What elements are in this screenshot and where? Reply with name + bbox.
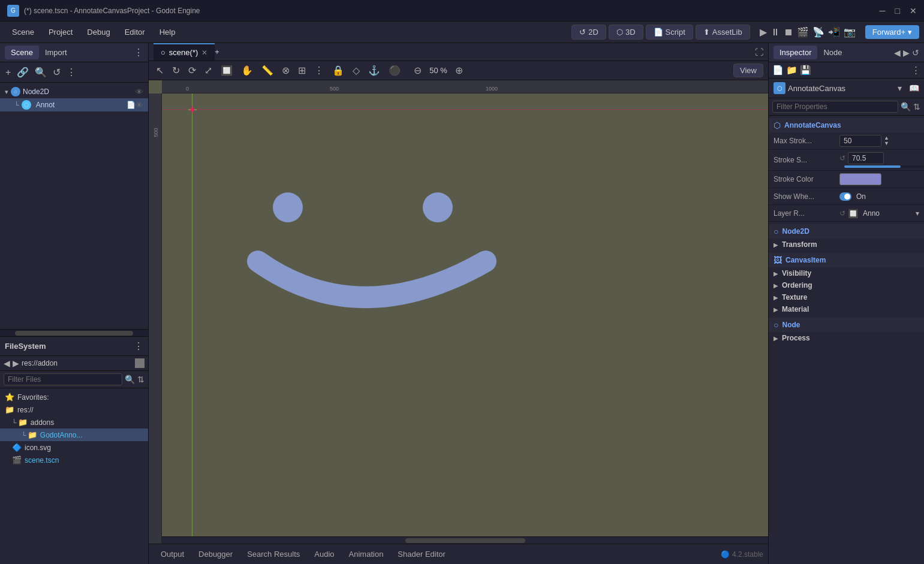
layer-render-reset-icon[interactable]: ↺ <box>839 209 845 218</box>
camera-button[interactable]: 📷 <box>844 26 856 38</box>
filesystem-more-icon[interactable]: ⋮ <box>134 340 143 352</box>
scene-link-icon[interactable]: 🔗 <box>15 65 31 80</box>
fs-item-res[interactable]: 📁 res:// <box>0 403 148 416</box>
mode-3d-button[interactable]: ⬡ 3D <box>609 25 643 40</box>
bottom-tab-output[interactable]: Output <box>154 546 191 562</box>
tree-item-node2d[interactable]: ▾ ○ Node2D 👁 <box>0 85 148 98</box>
scene-filter-icon[interactable]: 🔍 <box>33 65 49 80</box>
vp-group-icon[interactable]: ◇ <box>350 64 362 77</box>
scene-reset-icon[interactable]: ↺ <box>51 65 62 80</box>
movie-button[interactable]: 🎬 <box>797 26 809 38</box>
inspector-save-icon[interactable]: 💾 <box>800 65 811 76</box>
layer-render-dropdown-icon[interactable]: ▾ <box>916 209 919 218</box>
filesystem-back-icon[interactable]: ◀ <box>4 358 10 368</box>
view-menu-button[interactable]: View <box>733 64 763 77</box>
menu-editor[interactable]: Editor <box>118 25 152 39</box>
scene-scrollbar-thumb[interactable] <box>15 331 134 336</box>
menu-help[interactable]: Help <box>152 25 183 39</box>
max-strokes-down-icon[interactable]: ▼ <box>884 141 889 146</box>
bottom-tab-audio[interactable]: Audio <box>307 546 341 562</box>
play-button[interactable]: ▶ <box>760 26 767 38</box>
inspector-tab-inspector[interactable]: Inspector <box>773 46 817 59</box>
annotate-visibility-icon[interactable]: 👁 <box>136 101 143 110</box>
scene-tabs-more-icon[interactable]: ⋮ <box>134 47 143 58</box>
editor-tab-close-icon[interactable]: ✕ <box>201 49 207 57</box>
editor-tab-add-icon[interactable]: + <box>215 47 219 56</box>
node-selector-dropdown-icon[interactable]: ▾ <box>898 83 902 93</box>
bottom-tab-search-results[interactable]: Search Results <box>240 546 307 562</box>
scene-more-icon[interactable]: ⋮ <box>65 65 78 80</box>
stroke-color-swatch[interactable] <box>839 173 881 185</box>
filesystem-search-icon[interactable]: 🔍 <box>125 375 135 384</box>
fs-item-favorites[interactable]: ⭐ Favorites: <box>0 391 148 403</box>
canvas-item-group[interactable]: 🖼 CanvasItem <box>769 253 924 267</box>
stop-button[interactable]: ⏹ <box>784 27 793 38</box>
bottom-tab-shader-editor[interactable]: Shader Editor <box>390 546 453 562</box>
vp-snap-icon[interactable]: ⊗ <box>279 64 292 77</box>
inspector-history-icon[interactable]: ↺ <box>912 48 919 58</box>
inspector-folder-icon[interactable]: 📁 <box>786 65 797 76</box>
tree-item-annotate[interactable]: └ ⬡ Annot 📄 👁 <box>0 98 148 111</box>
ordering-section[interactable]: ▶ Ordering <box>769 279 924 291</box>
pause-button[interactable]: ⏸ <box>770 27 780 38</box>
vp-ruler-tool-icon[interactable]: 📏 <box>259 64 276 77</box>
node2d-visibility-icon[interactable]: 👁 <box>136 88 143 96</box>
vp-scale-tool-icon[interactable]: ⟳ <box>186 64 198 77</box>
filter-sort-icon[interactable]: ⇅ <box>913 102 920 111</box>
remote-debug-button[interactable]: 📡 <box>812 26 824 38</box>
vp-lock-icon[interactable]: 🔒 <box>330 64 347 77</box>
transform-section[interactable]: ▶ Transform <box>769 239 924 251</box>
node-group[interactable]: ○ Node <box>769 318 924 332</box>
bottom-tab-animation[interactable]: Animation <box>342 546 391 562</box>
menu-debug[interactable]: Debug <box>80 25 117 39</box>
maximize-button[interactable]: □ <box>895 6 900 16</box>
filesystem-filter-input[interactable] <box>4 373 122 385</box>
mode-script-button[interactable]: 📄 Script <box>646 25 693 40</box>
fs-item-godotanno[interactable]: └ 📁 GodotAnno... <box>0 429 148 441</box>
vp-rect-tool-icon[interactable]: 🔲 <box>218 64 235 77</box>
zoom-out-icon[interactable]: ⊖ <box>411 64 424 77</box>
process-section[interactable]: ▶ Process <box>769 332 924 344</box>
vp-move-tool-icon[interactable]: ⤢ <box>202 64 215 77</box>
inspector-back-icon[interactable]: ◀ <box>894 48 901 58</box>
node-doc-icon[interactable]: 📖 <box>909 83 919 93</box>
stroke-size-progress[interactable] <box>844 165 924 168</box>
viewport-canvas[interactable]: 0 500 1000 500 <box>149 80 768 544</box>
renderer-selector[interactable]: Forward+ ▾ <box>865 25 919 39</box>
annotate-canvas-section[interactable]: ⬡ AnnotateCanvas <box>769 118 924 132</box>
filter-properties-input[interactable] <box>772 101 898 113</box>
zoom-in-icon[interactable]: ⊕ <box>453 64 465 77</box>
mode-2d-button[interactable]: ↺ 2D <box>571 25 606 40</box>
vp-pan-tool-icon[interactable]: ✋ <box>239 64 255 77</box>
filesystem-sort-icon[interactable]: ⇅ <box>137 375 145 384</box>
filesystem-forward-icon[interactable]: ▶ <box>13 358 19 368</box>
minimize-button[interactable]: ─ <box>880 6 886 16</box>
tab-scene[interactable]: Scene <box>5 46 39 59</box>
close-button[interactable]: ✕ <box>910 6 917 16</box>
viewport-scrollbar-thumb-h[interactable] <box>405 538 525 543</box>
inspector-forward-icon[interactable]: ▶ <box>903 48 910 58</box>
vp-bone-icon[interactable]: ⚓ <box>366 64 383 77</box>
show-when-toggle[interactable] <box>839 192 851 201</box>
fs-item-scene-tscn[interactable]: 🎬 scene.tscn <box>0 454 148 466</box>
inspector-new-script-icon[interactable]: 📄 <box>772 65 784 76</box>
deploy-button[interactable]: 📲 <box>828 26 840 38</box>
node2d-group[interactable]: ○ Node2D <box>769 224 924 239</box>
inspector-tab-node[interactable]: Node <box>817 46 848 59</box>
menu-project[interactable]: Project <box>41 25 80 39</box>
filter-search-icon[interactable]: 🔍 <box>901 102 911 111</box>
vp-grid-icon[interactable]: ⊞ <box>296 64 308 77</box>
max-strokes-input[interactable] <box>839 135 881 147</box>
menu-scene[interactable]: Scene <box>5 25 41 39</box>
fs-item-addons[interactable]: └ 📁 addons <box>0 416 148 429</box>
stroke-size-input[interactable] <box>848 152 884 164</box>
mode-assetlib-button[interactable]: ⬆ AssetLib <box>696 25 750 40</box>
vp-particle-icon[interactable]: ⚫ <box>386 64 403 77</box>
viewport-scrollbar-h[interactable] <box>162 536 768 544</box>
vp-select-tool-icon[interactable]: ↖ <box>154 64 166 77</box>
scene-add-node-icon[interactable]: + <box>4 65 13 80</box>
scene-scrollbar[interactable] <box>0 329 148 336</box>
material-section[interactable]: ▶ Material <box>769 303 924 315</box>
tab-import[interactable]: Import <box>39 46 73 59</box>
editor-fullscreen-icon[interactable]: ⛶ <box>755 47 763 57</box>
